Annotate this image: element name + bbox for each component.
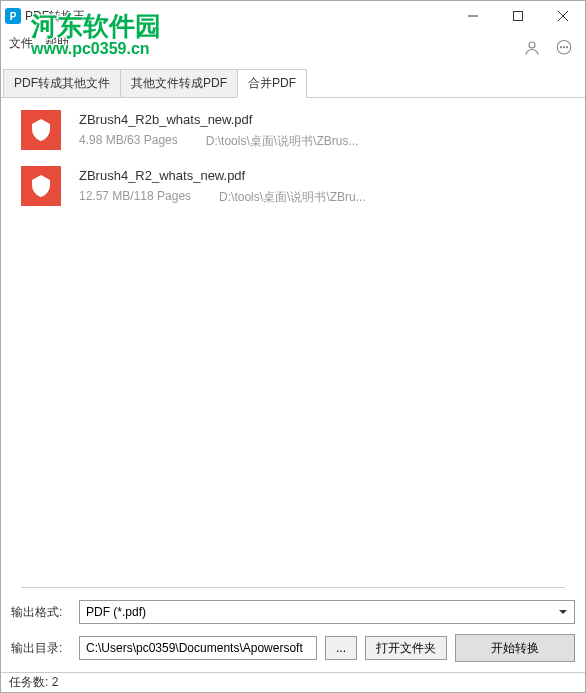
bottom-panel: 输出格式: PDF (*.pdf) 输出目录: ... 打开文件夹 开始转换 xyxy=(1,579,585,672)
output-dir-row: 输出目录: ... 打开文件夹 开始转换 xyxy=(11,634,575,662)
toolbar-icons xyxy=(523,39,573,57)
menu-help[interactable]: 帮助 xyxy=(45,35,69,52)
menubar: 文件 帮助 xyxy=(1,31,585,55)
file-size: 4.98 MB/63 Pages xyxy=(79,133,178,150)
minimize-button[interactable] xyxy=(450,1,495,31)
maximize-button[interactable] xyxy=(495,1,540,31)
file-name: ZBrush4_R2_whats_new.pdf xyxy=(79,168,565,183)
file-path: D:\tools\桌面\说明书\ZBru... xyxy=(219,189,366,206)
pdf-icon xyxy=(21,166,61,206)
close-button[interactable] xyxy=(540,1,585,31)
speech-icon[interactable] xyxy=(555,39,573,57)
pdf-icon xyxy=(21,110,61,150)
file-item[interactable]: ZBrush4_R2b_whats_new.pdf 4.98 MB/63 Pag… xyxy=(1,102,585,158)
browse-button[interactable]: ... xyxy=(325,636,357,660)
tab-other-to-pdf[interactable]: 其他文件转成PDF xyxy=(120,69,238,97)
separator xyxy=(21,587,565,588)
file-size: 12.57 MB/118 Pages xyxy=(79,189,191,206)
tab-merge-pdf[interactable]: 合并PDF xyxy=(237,69,307,98)
file-meta: 12.57 MB/118 Pages D:\tools\桌面\说明书\ZBru.… xyxy=(79,189,565,206)
user-icon[interactable] xyxy=(523,39,541,57)
task-count: 任务数: 2 xyxy=(9,674,58,691)
app-title: PDF转换王 xyxy=(25,8,85,25)
svg-point-7 xyxy=(563,47,564,48)
output-dir-input[interactable] xyxy=(79,636,317,660)
output-format-label: 输出格式: xyxy=(11,604,71,621)
open-folder-button[interactable]: 打开文件夹 xyxy=(365,636,447,660)
tab-pdf-to-other[interactable]: PDF转成其他文件 xyxy=(3,69,121,97)
file-info: ZBrush4_R2b_whats_new.pdf 4.98 MB/63 Pag… xyxy=(79,110,565,150)
file-info: ZBrush4_R2_whats_new.pdf 12.57 MB/118 Pa… xyxy=(79,166,565,206)
tabs: PDF转成其他文件 其他文件转成PDF 合并PDF xyxy=(1,69,585,98)
svg-rect-1 xyxy=(513,12,522,21)
svg-point-4 xyxy=(529,42,535,48)
window-controls xyxy=(450,1,585,31)
file-path: D:\tools\桌面\说明书\ZBrus... xyxy=(206,133,359,150)
output-format-row: 输出格式: PDF (*.pdf) xyxy=(11,600,575,624)
menu-file[interactable]: 文件 xyxy=(9,35,33,52)
start-convert-button[interactable]: 开始转换 xyxy=(455,634,575,662)
file-list: ZBrush4_R2b_whats_new.pdf 4.98 MB/63 Pag… xyxy=(1,98,585,218)
file-meta: 4.98 MB/63 Pages D:\tools\桌面\说明书\ZBrus..… xyxy=(79,133,565,150)
app-icon: P xyxy=(5,8,21,24)
file-name: ZBrush4_R2b_whats_new.pdf xyxy=(79,112,565,127)
output-dir-label: 输出目录: xyxy=(11,640,71,657)
svg-point-6 xyxy=(560,47,561,48)
output-format-select[interactable]: PDF (*.pdf) xyxy=(79,600,575,624)
file-item[interactable]: ZBrush4_R2_whats_new.pdf 12.57 MB/118 Pa… xyxy=(1,158,585,214)
svg-point-8 xyxy=(566,47,567,48)
statusbar: 任务数: 2 xyxy=(1,672,585,692)
titlebar: P PDF转换王 xyxy=(1,1,585,31)
